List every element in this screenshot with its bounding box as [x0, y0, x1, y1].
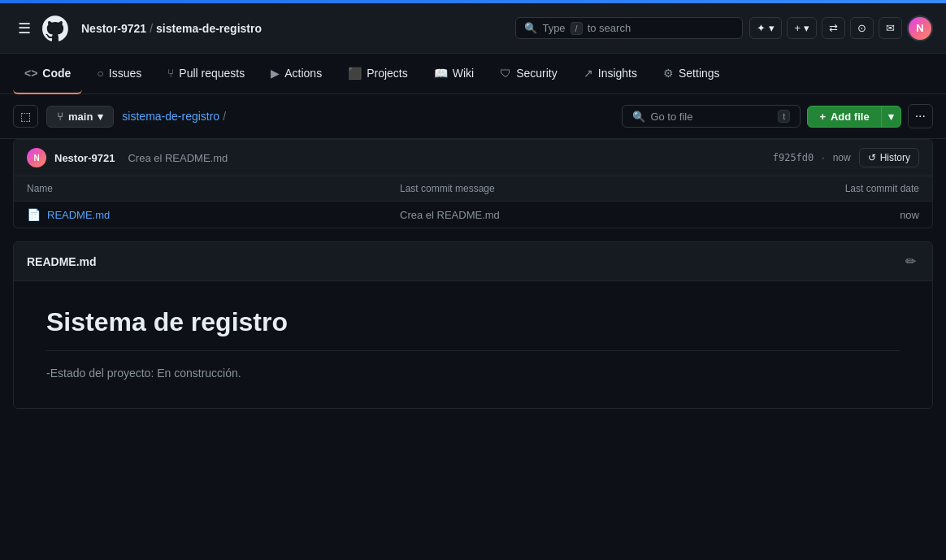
tab-settings-label: Settings: [679, 67, 720, 80]
tab-code-label: Code: [42, 67, 71, 80]
copilot-button[interactable]: ✦ ▾: [749, 17, 782, 39]
commit-dot-sep: ·: [822, 152, 824, 163]
copilot-icon: ✦: [757, 22, 766, 34]
tab-insights[interactable]: ↗ Insights: [572, 54, 649, 94]
file-name-link[interactable]: 📄 README.md: [27, 208, 400, 221]
issues-nav-icon: ○: [97, 67, 103, 80]
file-table: Name Last commit message Last commit dat…: [13, 176, 933, 228]
wiki-nav-icon: 📖: [434, 67, 448, 80]
commit-sha[interactable]: f925fd0: [773, 152, 814, 163]
breadcrumb: Nestor-9721 / sistema-de-registro: [81, 22, 509, 35]
tab-pull-requests[interactable]: ⑂ Pull requests: [156, 54, 256, 94]
file-name-text: README.md: [47, 209, 110, 221]
tab-security[interactable]: 🛡 Security: [488, 54, 569, 94]
tab-projects[interactable]: ⬛ Projects: [336, 54, 419, 94]
tab-code[interactable]: <> Code: [13, 54, 82, 94]
tab-actions[interactable]: ▶ Actions: [259, 54, 333, 94]
toggle-sidebar-button[interactable]: ⬚: [13, 105, 38, 128]
issues-icon: ⊙: [857, 22, 866, 34]
settings-nav-icon: ⚙: [663, 67, 674, 80]
col-name-header: Name: [27, 183, 400, 194]
commit-row-wrapper: N Nestor-9721 Crea el README.md f925fd0 …: [13, 139, 933, 176]
add-file-label: Add file: [831, 111, 870, 123]
tab-wiki[interactable]: 📖 Wiki: [423, 54, 485, 94]
repo-header: ⬚ ⑂ main ▾ sistema-de-registro / 🔍 Go to…: [0, 94, 946, 139]
tab-settings[interactable]: ⚙ Settings: [652, 54, 731, 94]
breadcrumb-sep: /: [150, 22, 153, 35]
branch-selector[interactable]: ⑂ main ▾: [46, 106, 114, 128]
path-sep: /: [223, 110, 226, 123]
pr-icon: ⇄: [829, 22, 838, 34]
more-options-button[interactable]: ···: [908, 104, 933, 128]
new-dropdown-icon: ▾: [804, 22, 809, 34]
subnav: <> Code ○ Issues ⑂ Pull requests ▶ Actio…: [0, 54, 946, 94]
topnav: ☰ Nestor-9721 / sistema-de-registro 🔍 Ty…: [0, 3, 946, 54]
inbox-icon: ✉: [886, 22, 895, 34]
plus-add-icon: +: [819, 111, 826, 123]
repo-path-link[interactable]: sistema-de-registro: [122, 110, 219, 123]
search-prefix: Type: [542, 22, 565, 34]
tab-pull-requests-label: Pull requests: [179, 67, 245, 80]
commit-author[interactable]: Nestor-9721: [54, 152, 115, 164]
github-logo[interactable]: [42, 15, 68, 41]
branch-name: main: [68, 111, 93, 123]
col-commit-header: Last commit message: [400, 183, 773, 194]
tab-projects-label: Projects: [367, 67, 408, 80]
commit-message: Crea el README.md: [128, 152, 228, 164]
add-file-dropdown-icon: ▾: [888, 111, 894, 123]
tab-wiki-label: Wiki: [453, 67, 474, 80]
commit-author-avatar[interactable]: N: [27, 148, 46, 167]
code-icon: <>: [24, 67, 37, 80]
add-file-main[interactable]: + Add file: [808, 106, 880, 127]
go-to-file-kbd: t: [778, 110, 790, 123]
edit-icon: ✏: [905, 254, 916, 268]
readme-body: -Estado del proyecto: En construcción.: [46, 364, 900, 382]
file-commit-message: Crea el README.md: [400, 209, 773, 221]
breadcrumb-user[interactable]: Nestor-9721: [81, 22, 146, 35]
sidebar-icon: ⬚: [20, 110, 31, 123]
copilot-dropdown-icon: ▾: [769, 22, 775, 34]
readme-content: Sistema de registro -Estado del proyecto…: [14, 281, 932, 408]
col-date-header: Last commit date: [773, 183, 919, 194]
search-bar[interactable]: 🔍 Type / to search: [515, 17, 743, 39]
readme-title: README.md: [27, 255, 97, 268]
add-file-dropdown[interactable]: ▾: [881, 106, 900, 127]
history-label: History: [880, 152, 910, 163]
readme-header: README.md ✏: [14, 242, 932, 281]
issues-icon-button[interactable]: ⊙: [850, 17, 874, 39]
breadcrumb-repo[interactable]: sistema-de-registro: [156, 22, 262, 35]
go-to-file-button[interactable]: 🔍 Go to file t: [622, 105, 801, 128]
pr-nav-icon: ⑂: [167, 67, 174, 80]
insights-nav-icon: ↗: [584, 67, 593, 80]
commit-row: N Nestor-9721 Crea el README.md f925fd0 …: [14, 140, 932, 176]
repo-path: sistema-de-registro /: [122, 110, 226, 123]
hamburger-menu-button[interactable]: ☰: [13, 15, 36, 42]
avatar[interactable]: N: [907, 15, 933, 41]
readme-edit-button[interactable]: ✏: [902, 250, 919, 272]
file-commit-date: now: [773, 209, 919, 221]
history-button[interactable]: ↺ History: [859, 148, 919, 167]
security-nav-icon: 🛡: [500, 67, 511, 80]
add-file-button[interactable]: + Add file ▾: [807, 106, 900, 128]
search-small-icon: 🔍: [632, 111, 645, 123]
tab-security-label: Security: [516, 67, 558, 80]
search-kbd-wrapper: /: [571, 22, 583, 34]
inbox-icon-button[interactable]: ✉: [879, 17, 902, 39]
tab-issues[interactable]: ○ Issues: [85, 54, 153, 94]
tab-issues-label: Issues: [109, 67, 141, 80]
new-button[interactable]: + ▾: [787, 17, 817, 39]
search-text: to search: [588, 22, 631, 34]
pull-requests-icon-button[interactable]: ⇄: [822, 17, 845, 39]
branch-icon: ⑂: [57, 111, 63, 123]
repo-header-right: 🔍 Go to file t + Add file ▾ ···: [622, 104, 933, 128]
tab-insights-label: Insights: [598, 67, 637, 80]
readme-heading: Sistema de registro: [46, 307, 900, 351]
main-content: ⬚ ⑂ main ▾ sistema-de-registro / 🔍 Go to…: [0, 94, 946, 409]
file-icon: 📄: [27, 208, 41, 221]
actions-nav-icon: ▶: [271, 67, 280, 80]
go-to-file-label: Go to file: [650, 111, 692, 123]
projects-nav-icon: ⬛: [348, 67, 362, 80]
plus-icon: +: [794, 22, 801, 34]
commit-time: now: [833, 152, 851, 163]
topnav-actions: ✦ ▾ + ▾ ⇄ ⊙ ✉ N: [749, 15, 933, 41]
